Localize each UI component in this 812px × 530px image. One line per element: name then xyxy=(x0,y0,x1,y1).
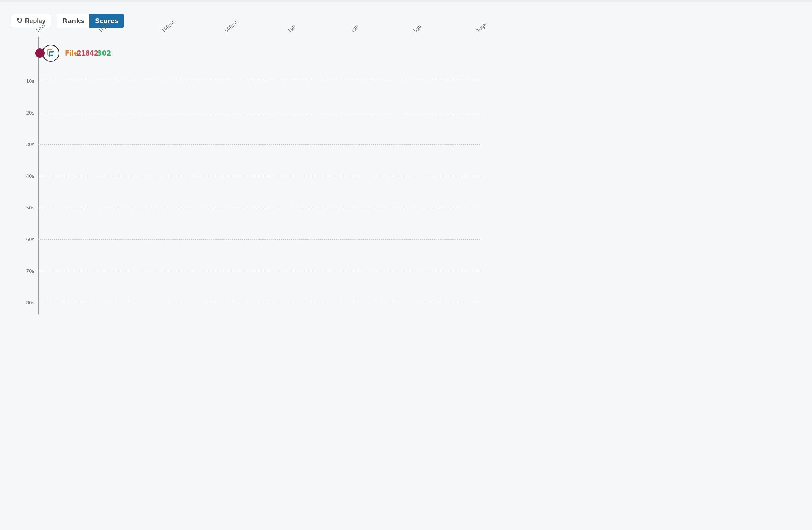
racer-cluster: File 21842 302 › xyxy=(35,45,114,62)
mediafire-icon xyxy=(42,45,59,62)
y-tick-label: 40s xyxy=(26,174,34,179)
gridline: 10s xyxy=(38,81,480,81)
score-302: 302 xyxy=(97,49,111,57)
gridline: 80s xyxy=(38,303,480,303)
gridline: 40s xyxy=(38,176,480,176)
score-21842: 21842 xyxy=(77,49,98,57)
mega-icon xyxy=(35,48,45,58)
main-container: Replay Ranks Scores 1mb 10mb 100mb 500mb… xyxy=(0,2,812,326)
race-chart: 1mb 10mb 100mb 500mb 1gb 2gb 5gb 10gb 10… xyxy=(38,37,480,314)
y-tick-label: 10s xyxy=(26,79,34,84)
gridline: 60s xyxy=(38,239,480,240)
y-axis xyxy=(38,37,39,314)
y-tick-label: 20s xyxy=(26,110,34,116)
gridline: 20s xyxy=(38,113,480,113)
score-overlay: File 21842 302 › xyxy=(65,49,114,57)
gridline: 50s xyxy=(38,208,480,208)
score-extra: › xyxy=(112,51,113,56)
y-tick-label: 50s xyxy=(26,205,34,211)
control-bar: Replay Ranks Scores xyxy=(11,14,801,28)
y-tick-label: 80s xyxy=(26,300,34,306)
y-tick-label: 70s xyxy=(26,269,34,274)
gridline: 30s xyxy=(38,144,480,145)
tab-ranks[interactable]: Ranks xyxy=(57,14,89,28)
y-tick-label: 30s xyxy=(26,142,34,147)
y-tick-label: 60s xyxy=(26,237,34,242)
gridline: 70s xyxy=(38,271,480,271)
score-file: File xyxy=(65,49,79,57)
replay-icon xyxy=(17,17,23,25)
tab-group: Ranks Scores xyxy=(57,14,124,28)
